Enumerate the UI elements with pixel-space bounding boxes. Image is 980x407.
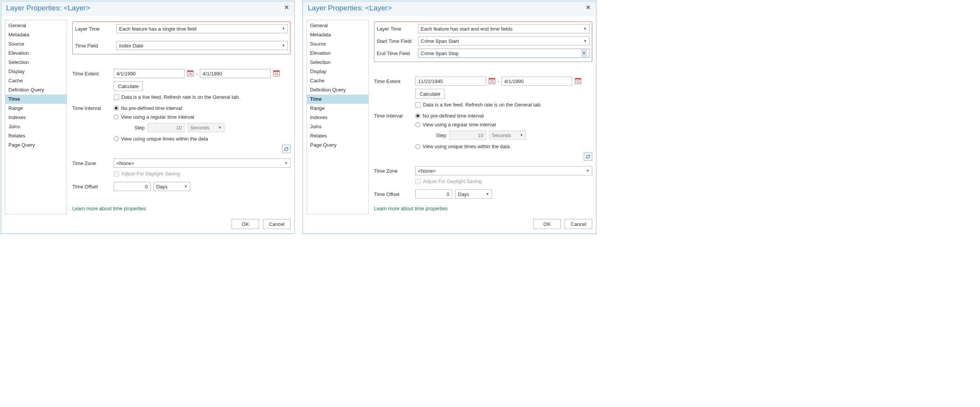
dialog-footer: OK Cancel	[1, 216, 294, 234]
time-zone-value: <None>	[116, 160, 134, 166]
live-feed-checkbox[interactable]	[114, 95, 119, 100]
calculate-label: Calculate	[420, 91, 440, 97]
unique-times-radio[interactable]	[114, 136, 119, 141]
chevron-down-icon: ▼	[586, 169, 590, 173]
extent-start-input[interactable]: 11/22/1945	[415, 77, 486, 86]
regular-interval-radio[interactable]	[415, 122, 420, 127]
ok-button[interactable]: OK	[533, 219, 561, 229]
ok-button[interactable]: OK	[232, 219, 259, 229]
extent-end-value: 4/1/1990	[504, 78, 524, 84]
sidebar-item-joins[interactable]: Joins	[307, 122, 368, 131]
sidebar-item-selection[interactable]: Selection	[5, 58, 67, 67]
end-time-field-combo[interactable]: Crime Span Stop ▼	[418, 49, 590, 58]
close-icon[interactable]: ✕	[283, 4, 291, 11]
sidebar-item-definition-query[interactable]: Definition Query	[5, 85, 67, 95]
extent-end-value: 4/1/1990	[203, 71, 222, 77]
refresh-icon[interactable]	[282, 145, 291, 153]
extent-end-input[interactable]: 4/1/1990	[501, 77, 572, 86]
offset-unit-combo[interactable]: Days▼	[455, 190, 492, 199]
dialog-footer: OK Cancel	[303, 216, 596, 234]
offset-input[interactable]: 0	[415, 190, 452, 199]
start-time-field-combo[interactable]: Crime Span Start ▼	[418, 36, 590, 46]
calendar-icon[interactable]	[187, 70, 194, 77]
unique-times-radio[interactable]	[415, 144, 420, 149]
sidebar-item-cache[interactable]: Cache	[5, 76, 67, 85]
step-unit-combo[interactable]: Seconds▼	[188, 123, 224, 132]
step-input[interactable]: 10	[148, 123, 185, 132]
sidebar-item-display[interactable]: Display	[307, 67, 368, 76]
time-zone-combo[interactable]: <None>▼	[415, 166, 592, 175]
sidebar-item-display[interactable]: Display	[5, 67, 67, 76]
sidebar-item-joins[interactable]: Joins	[5, 122, 67, 131]
sidebar-item-selection[interactable]: Selection	[307, 58, 368, 67]
sidebar-item-indexes[interactable]: Indexes	[5, 113, 67, 122]
time-zone-combo[interactable]: <None>▼	[114, 159, 291, 168]
sidebar-item-time[interactable]: Time	[5, 95, 67, 104]
regular-interval-radio[interactable]	[114, 114, 119, 119]
step-input[interactable]: 10	[449, 131, 486, 140]
calculate-button[interactable]: Calculate	[415, 89, 444, 99]
calendar-icon[interactable]	[488, 77, 495, 85]
close-icon[interactable]: ✕	[584, 4, 592, 11]
cancel-label: Cancel	[571, 221, 586, 227]
sidebar-item-page-query[interactable]: Page Query	[307, 141, 368, 150]
step-value: 10	[478, 132, 483, 138]
calculate-label: Calculate	[118, 83, 139, 89]
sidebar-item-cache[interactable]: Cache	[307, 76, 368, 85]
time-field-label: Time Field	[75, 43, 116, 49]
layer-time-combo[interactable]: Each feature has start and end time fiel…	[418, 24, 590, 33]
sidebar-item-source[interactable]: Source	[307, 39, 368, 49]
offset-unit-combo[interactable]: Days▼	[154, 182, 190, 191]
refresh-icon[interactable]	[584, 152, 592, 161]
sidebar-item-page-query[interactable]: Page Query	[5, 141, 67, 150]
calendar-icon[interactable]	[575, 77, 581, 85]
step-unit-combo[interactable]: Seconds▼	[489, 131, 526, 140]
sidebar-item-source[interactable]: Source	[5, 39, 67, 49]
sidebar-item-definition-query[interactable]: Definition Query	[307, 85, 368, 95]
sidebar-item-elevation[interactable]: Elevation	[307, 49, 368, 58]
live-feed-checkbox[interactable]	[415, 102, 421, 108]
sidebar-item-metadata[interactable]: Metadata	[5, 30, 67, 39]
sidebar-item-relates[interactable]: Relates	[307, 131, 368, 141]
no-predef-radio[interactable]	[415, 113, 420, 118]
learn-more-link[interactable]: Learn more about time properties	[71, 204, 291, 214]
dialog-title: Layer Properties: <Layer>	[6, 4, 90, 12]
calculate-button[interactable]: Calculate	[114, 81, 143, 91]
sidebar-item-metadata[interactable]: Metadata	[307, 30, 368, 39]
time-extent-section: Time Extent 4/1/1990 - 4/1/1990 Calculat…	[72, 69, 291, 100]
step-label: Step	[134, 125, 145, 131]
dst-checkbox	[415, 179, 421, 184]
cancel-button[interactable]: Cancel	[263, 219, 291, 229]
time-field-value: Index Date	[119, 43, 143, 49]
cancel-button[interactable]: Cancel	[565, 219, 592, 229]
extent-end-input[interactable]: 4/1/1990	[200, 69, 271, 78]
sidebar-item-elevation[interactable]: Elevation	[5, 49, 67, 58]
live-feed-label: Data is a live feed. Refresh rate is on …	[423, 102, 542, 108]
chevron-down-icon: ▼	[284, 161, 288, 165]
content-panel: Layer Time Each feature has a single tim…	[71, 20, 291, 214]
sidebar-item-time[interactable]: Time	[307, 95, 368, 104]
sidebar-item-range[interactable]: Range	[307, 104, 368, 113]
no-predef-label: No pre-defined time interval	[121, 105, 182, 111]
extent-start-input[interactable]: 4/1/1990	[114, 69, 185, 78]
form-area: Layer Time Each feature has a single tim…	[71, 20, 291, 204]
sidebar-item-general[interactable]: General	[307, 21, 368, 30]
sidebar-item-general[interactable]: General	[5, 21, 67, 30]
extent-dash: -	[498, 78, 499, 84]
sidebar-nav: General Metadata Source Elevation Select…	[5, 20, 67, 214]
sidebar-item-range[interactable]: Range	[5, 104, 67, 113]
sidebar-item-relates[interactable]: Relates	[5, 131, 67, 141]
no-predef-radio[interactable]	[114, 106, 119, 111]
time-interval-label: Time Interval	[72, 105, 114, 111]
dialog-body: General Metadata Source Elevation Select…	[303, 16, 596, 216]
layer-time-combo[interactable]: Each feature has a single time field ▼	[116, 24, 288, 33]
offset-input[interactable]: 0	[114, 182, 150, 191]
calendar-icon[interactable]	[273, 70, 280, 77]
extent-start-value: 11/22/1945	[418, 78, 443, 84]
learn-more-link[interactable]: Learn more about time properties	[372, 204, 592, 214]
dst-checkbox	[114, 171, 119, 177]
extent-start-value: 4/1/1990	[116, 71, 136, 77]
chevron-down-icon: ▼	[184, 185, 188, 188]
sidebar-item-indexes[interactable]: Indexes	[307, 113, 368, 122]
time-field-combo[interactable]: Index Date ▼	[116, 41, 288, 50]
